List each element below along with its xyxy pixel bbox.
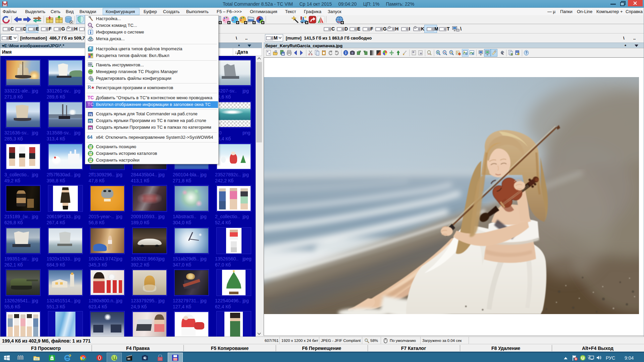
svg-text:?: ? [525, 51, 527, 55]
svg-text:M: M [89, 121, 91, 123]
svg-text:WCX: WCX [89, 71, 93, 73]
svg-text:M: M [89, 114, 91, 116]
svg-text:M: M [89, 127, 91, 130]
svg-text:BE: BE [127, 358, 131, 360]
